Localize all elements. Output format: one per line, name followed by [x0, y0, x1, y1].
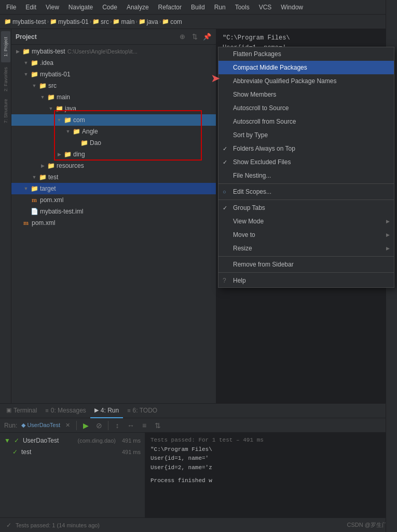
ctx-resize[interactable]: Resize: [218, 242, 394, 255]
ctx-autoscroll-to[interactable]: Autoscroll to Source: [218, 101, 394, 115]
menu-build[interactable]: Build: [187, 2, 209, 12]
menu-edit[interactable]: Edit: [21, 2, 40, 12]
ctx-label: Group Tabs: [233, 204, 388, 211]
run-stop-btn[interactable]: ⊘: [93, 420, 105, 431]
run-item-label: test: [21, 448, 116, 456]
check-icon: ✓: [223, 145, 227, 152]
run-expand-btn[interactable]: ⇅: [152, 420, 163, 431]
separator: [108, 421, 108, 430]
run-item-label: UserDaoTest: [23, 437, 76, 444]
tab-messages[interactable]: ≡ 0: Messages: [41, 404, 90, 418]
run-item-sub: (com.ding.dao): [78, 437, 116, 444]
panel-btn-pin[interactable]: 📌: [202, 32, 212, 42]
folder-icon: 📁: [63, 150, 72, 158]
sidebar-item-structure[interactable]: 7: Structure: [1, 96, 10, 127]
run-sort-btn[interactable]: ↔: [125, 420, 136, 431]
ctx-help[interactable]: ? Help: [218, 274, 394, 287]
middle-section: 1: Project 2: Favorites 7: Structure Pro…: [0, 29, 397, 403]
panel-btn-settings[interactable]: ⇅: [190, 32, 199, 42]
ctx-label: Abbreviate Qualified Package Names: [233, 77, 388, 85]
ctx-folders-top[interactable]: ✓ Folders Always on Top: [218, 142, 394, 155]
breadcrumb-item-0[interactable]: mybatis-test: [12, 18, 46, 25]
ctx-compact-middle-packages[interactable]: Compact Middle Packages: [218, 61, 394, 74]
page-body: 1: Project 2: Favorites 7: Structure Pro…: [0, 29, 397, 532]
ctx-group-tabs[interactable]: ✓ Group Tabs: [218, 201, 394, 215]
ctx-label: Edit Scopes...: [233, 188, 388, 195]
tree-item-mybatis-test[interactable]: ▶ 📁 mybatis-test C:\Users\Angle\Desktop\…: [11, 46, 216, 57]
run-tree-item-test[interactable]: ✓ test 491 ms: [0, 446, 145, 458]
ctx-autoscroll-from[interactable]: Autoscroll from Source: [218, 115, 394, 128]
tab-terminal[interactable]: ▣ Terminal: [2, 404, 41, 418]
run-tab-name: ◆ UserDaoTest: [21, 422, 60, 429]
tree-item-resources[interactable]: ▶ 📁 resources: [11, 160, 216, 171]
ctx-show-members[interactable]: Show Members: [218, 88, 394, 101]
ctx-abbreviate[interactable]: Abbreviate Qualified Package Names: [218, 74, 394, 88]
run-filter-btn[interactable]: ≡: [139, 420, 150, 431]
breadcrumb-icon-5: 📁: [162, 18, 169, 25]
tree-item-iml[interactable]: 📄 mybatis-test.iml: [11, 206, 216, 217]
tab-todo[interactable]: ≡ 6: TODO: [123, 404, 161, 418]
tree-item-angle[interactable]: ▼ 📁 Angle: [11, 126, 216, 137]
run-rerun-btn[interactable]: ↕: [112, 420, 123, 431]
tab-label-terminal: Terminal: [13, 407, 37, 414]
panel-btn-gear[interactable]: ⊕: [177, 32, 187, 42]
menu-file[interactable]: File: [2, 2, 20, 12]
menu-analyze[interactable]: Analyze: [122, 2, 153, 12]
run-panel: ▣ Terminal ≡ 0: Messages ▶ 4: Run ≡ 6: T…: [0, 403, 397, 517]
breadcrumb-item-2[interactable]: src: [101, 18, 109, 25]
tree-item-src[interactable]: ▼ 📁 src: [11, 80, 216, 91]
ctx-move-to[interactable]: Move to: [218, 228, 394, 242]
sidebar-item-favorites[interactable]: 2: Favorites: [1, 63, 10, 95]
menu-navigate[interactable]: Navigate: [64, 2, 97, 12]
menu-refactor[interactable]: Refactor: [154, 2, 186, 12]
ctx-remove-sidebar[interactable]: Remove from Sidebar: [218, 258, 394, 271]
ctx-sort-by-type[interactable]: Sort by Type: [218, 128, 394, 142]
ctx-file-nesting[interactable]: File Nesting...: [218, 169, 394, 182]
folder-icon: 📁: [72, 127, 80, 136]
run-content: ▼ ✓ UserDaoTest (com.ding.dao) 491 ms ✓ …: [0, 433, 397, 517]
tree-item-pom[interactable]: m pom.xml: [11, 194, 216, 206]
check-icon: ✓: [14, 437, 19, 444]
tree-label: .idea: [40, 59, 53, 66]
separator: [76, 421, 77, 430]
breadcrumb-item-5[interactable]: com: [170, 18, 182, 25]
menu-view[interactable]: View: [42, 2, 63, 12]
ctx-label: Resize: [233, 245, 388, 252]
folder-icon: 📁: [38, 173, 47, 181]
tree-item-mybatis-01[interactable]: ▼ 📁 mybatis-01: [11, 69, 216, 80]
menu-run[interactable]: Run: [210, 2, 230, 12]
run-tree-item-userdaotest[interactable]: ▼ ✓ UserDaoTest (com.ding.dao) 491 ms: [0, 435, 145, 446]
tab-run[interactable]: ▶ 4: Run: [90, 404, 123, 418]
breadcrumb-icon-2: 📁: [92, 18, 100, 25]
breadcrumb-item-3[interactable]: main: [121, 18, 134, 25]
ctx-show-excluded[interactable]: ✓ Show Excluded Files: [218, 155, 394, 169]
menu-window[interactable]: Window: [277, 2, 307, 12]
breadcrumb-item-4[interactable]: java: [147, 18, 158, 25]
menu-code[interactable]: Code: [98, 2, 121, 12]
sidebar-item-project[interactable]: 1: Project: [1, 31, 10, 62]
breadcrumb-icon-3: 📁: [113, 18, 120, 25]
breadcrumb-item-1[interactable]: mybatis-01: [58, 18, 89, 25]
menu-tools[interactable]: Tools: [231, 2, 254, 12]
tree-item-target[interactable]: ▼ 📁 target: [11, 183, 216, 194]
ctx-flatten-packages[interactable]: Flatten Packages: [218, 47, 394, 61]
tree-label: Angle: [82, 128, 98, 135]
tree-item-dao[interactable]: 📁 Dao: [11, 137, 216, 149]
tab-label-todo: 6: TODO: [133, 407, 158, 414]
menu-vcs[interactable]: VCS: [255, 2, 276, 12]
tree-arrow: ▼: [55, 116, 63, 124]
tree-item-ding[interactable]: ▶ 📁 ding: [11, 149, 216, 160]
tree-item-main[interactable]: ▼ 📁 main: [11, 91, 216, 103]
tree-label: mybatis-test.iml: [40, 208, 83, 215]
folder-icon: 📁: [30, 70, 38, 78]
tree-item-test[interactable]: ▼ 📁 test: [11, 171, 216, 183]
tree-arrow: [13, 219, 22, 227]
tree-item-java[interactable]: ▼ 📁 java: [11, 103, 216, 114]
tree-item-com[interactable]: ▼ 📁 com: [11, 114, 216, 126]
tree-item-idea[interactable]: ▼ 📁 .idea: [11, 57, 216, 69]
run-close-btn[interactable]: ✕: [65, 422, 70, 429]
tree-item-pom-root[interactable]: m pom.xml: [11, 217, 216, 229]
ctx-edit-scopes[interactable]: ○ Edit Scopes...: [218, 185, 394, 198]
ctx-view-mode[interactable]: View Mode: [218, 215, 394, 228]
run-play-btn[interactable]: ▶: [80, 420, 91, 431]
